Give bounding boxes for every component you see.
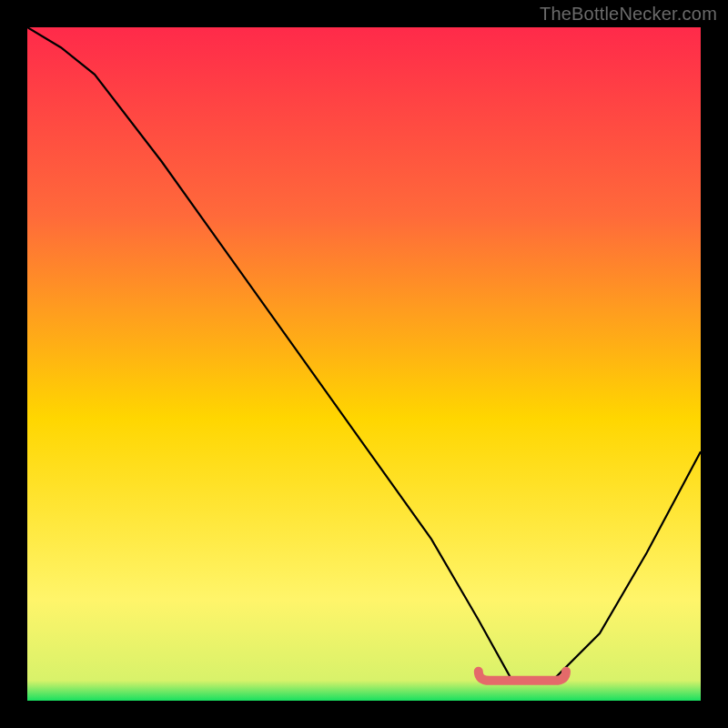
plot-area xyxy=(27,27,701,701)
watermark-text: TheBottleNecker.com xyxy=(540,4,717,25)
chart-container: TheBottleNecker.com xyxy=(0,0,728,728)
chart-svg xyxy=(27,27,701,701)
gradient-fill xyxy=(27,27,701,701)
